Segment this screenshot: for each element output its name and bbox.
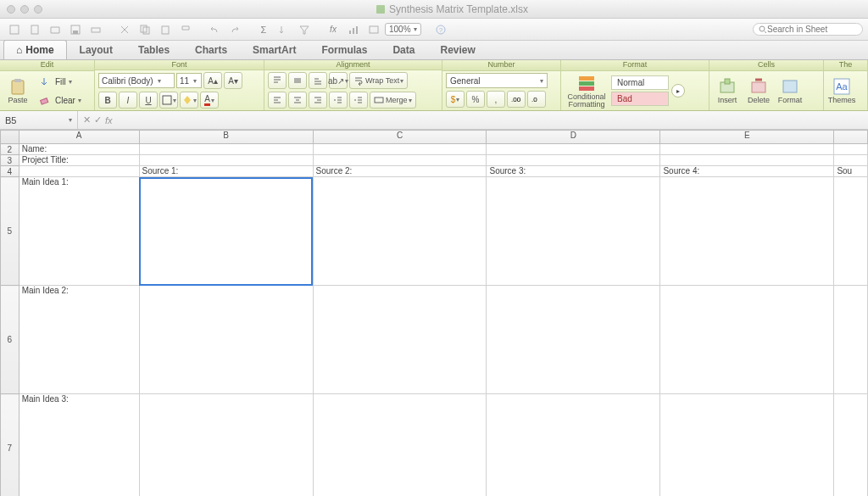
cancel-formula-icon[interactable]: ✕ — [83, 114, 91, 125]
font-size-select[interactable]: 11▾ — [176, 73, 202, 88]
orientation-button[interactable]: ab↗▾ — [329, 72, 348, 89]
cell-B3[interactable] — [139, 155, 313, 166]
window-controls[interactable] — [7, 5, 42, 14]
clear-button[interactable]: Clear▾ — [35, 92, 81, 109]
increase-decimal-button[interactable]: .00 — [507, 91, 526, 108]
cell-E4[interactable]: Source 4: — [660, 166, 834, 177]
sort-icon[interactable] — [275, 21, 293, 38]
themes-button[interactable]: AaThemes — [827, 77, 856, 104]
cell-E7[interactable] — [660, 394, 834, 497]
tab-tables[interactable]: Tables — [125, 40, 182, 59]
wrap-text-button[interactable]: Wrap Text▾ — [349, 72, 408, 89]
paste-button[interactable]: Paste — [3, 77, 32, 104]
help-icon[interactable]: ? — [431, 21, 450, 38]
grow-font-button[interactable]: A▴ — [203, 72, 222, 89]
copy-icon[interactable] — [136, 21, 154, 38]
col-header-D[interactable]: D — [487, 131, 660, 144]
bold-button[interactable]: B — [98, 92, 117, 109]
cell-E6[interactable] — [660, 286, 834, 394]
tab-formulas[interactable]: Formulas — [309, 40, 380, 59]
tab-data[interactable]: Data — [380, 40, 427, 59]
open-icon[interactable] — [46, 21, 64, 38]
decrease-decimal-button[interactable]: .0 — [527, 91, 546, 108]
cell-B4[interactable]: Source 1: — [139, 166, 313, 177]
italic-button[interactable]: I — [119, 92, 137, 109]
align-top-button[interactable] — [268, 72, 287, 89]
tab-review[interactable]: Review — [427, 40, 487, 59]
select-all-corner[interactable] — [1, 131, 19, 144]
cell-C7[interactable] — [313, 394, 487, 497]
tab-layout[interactable]: Layout — [67, 40, 125, 59]
tab-home[interactable]: ⌂Home — [3, 40, 67, 59]
align-bottom-button[interactable] — [309, 72, 327, 89]
fill-button[interactable]: Fill▾ — [35, 73, 81, 90]
worksheet[interactable]: A B C D E 2Name: 3Project Title: 4Source… — [0, 130, 868, 496]
font-color-button[interactable]: A▾ — [200, 92, 219, 109]
row-header-2[interactable]: 2 — [1, 144, 19, 155]
cut-icon[interactable] — [115, 21, 134, 38]
row-header-6[interactable]: 6 — [1, 286, 19, 394]
grid[interactable]: A B C D E 2Name: 3Project Title: 4Source… — [0, 130, 868, 496]
cell-F7[interactable] — [834, 394, 868, 497]
conditional-formatting-button[interactable]: Conditional Formatting — [565, 74, 609, 109]
cell-C4[interactable]: Source 2: — [313, 166, 487, 177]
accept-formula-icon[interactable]: ✓ — [94, 114, 102, 125]
underline-button[interactable]: U — [139, 92, 158, 109]
borders-button[interactable]: ▾ — [159, 92, 178, 109]
zoom-selector[interactable]: 100%▾ — [385, 23, 421, 36]
textbox-icon[interactable] — [364, 21, 383, 38]
cell-A2[interactable]: Name: — [19, 144, 139, 155]
search-box[interactable] — [753, 23, 863, 36]
home-icon[interactable] — [5, 21, 24, 38]
cell-D4[interactable]: Source 3: — [487, 166, 660, 177]
cell-A6[interactable]: Main Idea 2: — [19, 286, 139, 394]
cell-B5[interactable] — [139, 177, 313, 286]
col-header-F[interactable] — [834, 131, 868, 144]
merge-button[interactable]: Merge▾ — [370, 92, 416, 109]
zoom-icon[interactable] — [34, 5, 42, 14]
shrink-font-button[interactable]: A▾ — [224, 72, 242, 89]
align-left-button[interactable] — [268, 92, 287, 109]
indent-decrease-button[interactable] — [329, 92, 348, 109]
autosum-icon[interactable]: Σ — [254, 21, 273, 38]
align-right-button[interactable] — [309, 92, 327, 109]
style-normal[interactable]: Normal — [611, 75, 669, 90]
cell-D7[interactable] — [487, 394, 660, 497]
tab-smartart[interactable]: SmartArt — [240, 40, 309, 59]
cell-C5[interactable] — [313, 177, 487, 286]
delete-button[interactable]: Delete — [744, 77, 773, 104]
cell-C6[interactable] — [313, 286, 487, 394]
number-format-select[interactable]: General▾ — [446, 73, 548, 88]
filter-icon[interactable] — [295, 21, 314, 38]
redo-icon[interactable] — [225, 21, 244, 38]
cell-F5[interactable] — [834, 177, 868, 286]
fx-icon[interactable]: fx — [324, 21, 342, 38]
print-icon[interactable] — [86, 21, 105, 38]
col-header-C[interactable]: C — [313, 131, 487, 144]
style-bad[interactable]: Bad — [611, 92, 669, 106]
cell-B7[interactable] — [139, 394, 313, 497]
indent-increase-button[interactable] — [349, 92, 368, 109]
cell-D2[interactable] — [487, 144, 660, 155]
fx-label[interactable]: fx — [105, 115, 113, 125]
cell-F6[interactable] — [834, 286, 868, 394]
chart-icon[interactable] — [344, 21, 363, 38]
col-header-B[interactable]: B — [139, 131, 313, 144]
row-header-4[interactable]: 4 — [1, 166, 19, 177]
cell-A5[interactable]: Main Idea 1: — [19, 177, 139, 286]
fill-color-button[interactable]: ▾ — [180, 92, 198, 109]
cell-D6[interactable] — [487, 286, 660, 394]
cell-A7[interactable]: Main Idea 3: — [19, 394, 139, 497]
cell-F3[interactable] — [834, 155, 868, 166]
minimize-icon[interactable] — [20, 5, 29, 14]
cell-D3[interactable] — [487, 155, 660, 166]
row-header-5[interactable]: 5 — [1, 177, 19, 286]
format-painter-icon[interactable] — [176, 21, 195, 38]
align-middle-button[interactable] — [288, 72, 307, 89]
cell-F4[interactable]: Sou — [834, 166, 868, 177]
tab-charts[interactable]: Charts — [182, 40, 240, 59]
name-box[interactable]: B5▾ — [0, 111, 78, 129]
percent-button[interactable]: % — [466, 91, 485, 108]
currency-button[interactable]: $▾ — [446, 91, 465, 108]
new-icon[interactable] — [25, 21, 44, 38]
